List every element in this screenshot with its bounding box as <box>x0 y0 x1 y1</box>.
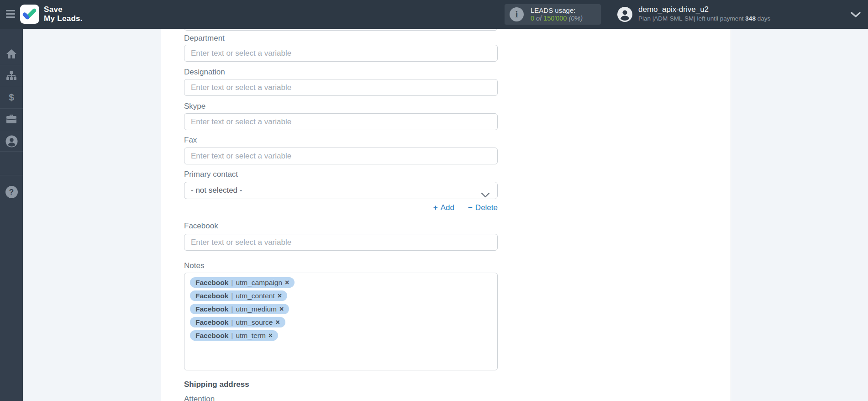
savemyleads-logo[interactable] <box>20 5 39 24</box>
primary-contact-value: - not selected - <box>191 186 242 195</box>
account-menu-chevron-icon[interactable] <box>850 11 861 20</box>
variable-tag: Facebook|utm_content× <box>190 290 287 301</box>
home-icon <box>6 53 17 60</box>
delete-button[interactable]: −Delete <box>468 203 498 213</box>
list-actions: +Add −Delete <box>184 203 498 213</box>
sidebar-item-help[interactable]: ? <box>0 186 23 198</box>
question-icon: ? <box>5 186 18 198</box>
chevron-down-icon <box>481 188 490 204</box>
sidebar: $ ? <box>0 29 23 401</box>
remove-tag-icon[interactable]: × <box>268 332 273 340</box>
divider <box>0 175 23 175</box>
leads-usage-value: 0 of 150'000 (0%) <box>531 15 583 22</box>
field-label-designation: Designation <box>184 68 225 77</box>
field-label-attention: Attention <box>184 395 215 401</box>
sidebar-item-home[interactable] <box>0 49 23 61</box>
sidebar-item-services[interactable] <box>0 114 23 126</box>
variable-tag: Facebook|utm_source× <box>190 317 285 327</box>
field-label-skype: Skype <box>184 102 205 111</box>
notes-textarea[interactable]: Facebook|utm_campaign× Facebook|utm_cont… <box>184 273 498 370</box>
designation-input[interactable] <box>184 79 498 96</box>
top-bar: Save My Leads. i LEADS usage: 0 of 150'0… <box>0 0 868 29</box>
fax-input[interactable] <box>184 148 498 164</box>
department-input[interactable] <box>184 45 498 62</box>
divider <box>0 130 23 130</box>
user-avatar[interactable] <box>617 7 632 22</box>
remove-tag-icon[interactable]: × <box>278 292 282 300</box>
divider <box>0 108 23 109</box>
skype-input[interactable] <box>184 113 498 130</box>
divider <box>0 151 23 152</box>
remove-tag-icon[interactable]: × <box>275 318 279 327</box>
facebook-input[interactable] <box>184 234 498 251</box>
leads-usage-widget[interactable]: i LEADS usage: 0 of 150'000 (0%) <box>505 4 601 25</box>
divider <box>0 65 23 65</box>
sidebar-item-profile[interactable] <box>0 135 23 149</box>
field-label-primary-contact: Primary contact <box>184 170 238 179</box>
sitemap-icon <box>6 74 17 82</box>
add-button[interactable]: +Add <box>433 203 454 213</box>
minus-icon: − <box>468 203 473 213</box>
field-label-department: Department <box>184 34 225 43</box>
remove-tag-icon[interactable]: × <box>285 279 289 287</box>
variable-tag: Facebook|utm_term× <box>190 330 278 341</box>
leads-usage-label: LEADS usage: <box>531 6 583 15</box>
field-label-facebook: Facebook <box>184 222 218 231</box>
dollar-icon: $ <box>9 92 14 102</box>
account-plan: Plan |ADM-SML-SM| left until payment 348… <box>638 15 770 22</box>
primary-contact-select[interactable]: - not selected - <box>184 182 498 199</box>
field-label-fax: Fax <box>184 136 197 145</box>
briefcase-icon <box>6 117 17 125</box>
variable-tag: Facebook|utm_medium× <box>190 304 289 314</box>
sidebar-item-payments[interactable]: $ <box>0 92 23 102</box>
field-label-notes: Notes <box>184 261 204 270</box>
plus-icon: + <box>433 203 438 213</box>
brand-name: Save My Leads. <box>44 5 83 23</box>
variable-tag: Facebook|utm_campaign× <box>190 277 295 288</box>
hamburger-menu-icon[interactable] <box>6 10 15 19</box>
account-name: demo_apix-drive_u2 <box>638 5 709 14</box>
section-title-shipping-address: Shipping address <box>184 380 249 389</box>
info-icon: i <box>510 7 524 21</box>
user-circle-icon <box>5 141 18 149</box>
remove-tag-icon[interactable]: × <box>279 305 284 313</box>
divider <box>0 87 23 87</box>
sidebar-item-connections[interactable] <box>0 71 23 83</box>
